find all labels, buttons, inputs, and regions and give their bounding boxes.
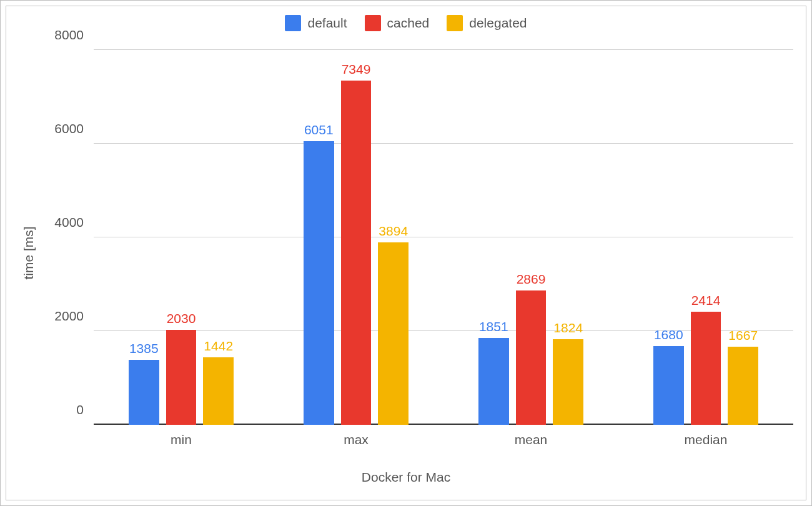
bar: 3894 xyxy=(378,242,408,425)
legend-swatch-default xyxy=(285,15,301,31)
x-axis-label: Docker for Mac xyxy=(362,470,450,485)
value-label: 1442 xyxy=(204,339,233,354)
category-label: mean xyxy=(515,432,548,447)
category-label: max xyxy=(344,432,369,447)
legend-label-delegated: delegated xyxy=(469,16,527,31)
legend-item-delegated: delegated xyxy=(447,15,527,31)
bar: 1851 xyxy=(478,338,509,425)
value-label: 1680 xyxy=(654,327,683,342)
value-label: 2869 xyxy=(517,272,546,287)
y-tick-label: 0 xyxy=(76,402,84,417)
value-label: 1667 xyxy=(728,328,758,343)
chart-inner-frame: default cached delegated time [ms] Docke… xyxy=(6,6,806,500)
category-label: min xyxy=(171,432,192,447)
legend: default cached delegated xyxy=(6,15,806,31)
value-label: 2030 xyxy=(167,311,196,326)
value-label: 2414 xyxy=(691,293,721,308)
y-tick-label: 8000 xyxy=(54,27,84,42)
category-group: max605173493894 xyxy=(269,50,443,425)
bar: 1442 xyxy=(203,357,234,425)
legend-label-default: default xyxy=(307,16,347,31)
bar: 6051 xyxy=(304,141,334,425)
legend-swatch-delegated xyxy=(447,15,463,31)
bar: 1680 xyxy=(653,346,684,425)
bar: 7349 xyxy=(341,81,372,425)
legend-item-cached: cached xyxy=(365,15,430,31)
value-label: 1385 xyxy=(129,341,159,356)
category-group: min138520301442 xyxy=(94,50,269,425)
bar: 1385 xyxy=(129,360,159,425)
y-axis-label: time [ms] xyxy=(21,226,36,279)
y-tick-label: 2000 xyxy=(54,309,84,324)
legend-label-cached: cached xyxy=(387,16,430,31)
y-tick-label: 4000 xyxy=(54,215,84,230)
value-label: 6051 xyxy=(304,122,334,137)
category-group: mean185128691824 xyxy=(443,50,618,425)
legend-item-default: default xyxy=(285,15,347,31)
bar: 2414 xyxy=(691,312,721,425)
bar: 1667 xyxy=(728,347,758,425)
value-label: 7349 xyxy=(342,62,371,77)
category-label: median xyxy=(685,432,728,447)
bar: 2869 xyxy=(516,290,547,425)
legend-swatch-cached xyxy=(365,15,381,31)
value-label: 3894 xyxy=(379,224,408,239)
bar: 2030 xyxy=(166,330,197,425)
category-group: median168024141667 xyxy=(618,50,793,425)
y-tick-label: 6000 xyxy=(54,121,84,136)
plot-area: 02000400060008000min138520301442max60517… xyxy=(94,50,793,425)
bar: 1824 xyxy=(553,339,583,425)
value-label: 1851 xyxy=(479,319,508,334)
chart-outer-frame: default cached delegated time [ms] Docke… xyxy=(0,0,812,506)
value-label: 1824 xyxy=(553,320,583,335)
